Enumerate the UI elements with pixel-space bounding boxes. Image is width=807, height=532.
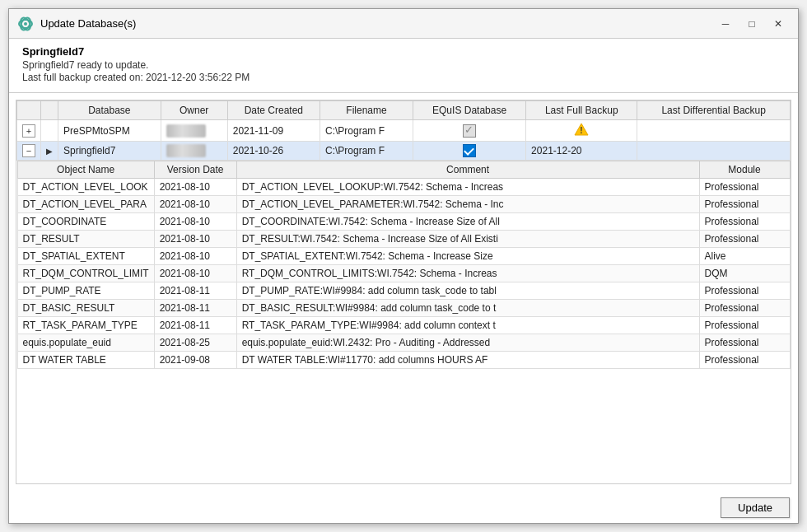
inner-table-row[interactable]: DT_ACTION_LEVEL_PARA2021-08-10DT_ACTION_… — [17, 196, 790, 213]
inner-table-row[interactable]: DT_PUMP_RATE2021-08-11DT_PUMP_RATE:WI#99… — [17, 282, 790, 300]
owner-blurred — [166, 124, 206, 138]
inner-comment: DT_ACTION_LEVEL_PARAMETER:WI.7542: Schem… — [236, 196, 699, 213]
row-arrow-icon: ▶ — [46, 147, 53, 156]
col-last-diff: Last Differential Backup — [637, 101, 791, 120]
update-button[interactable]: Update — [721, 497, 790, 518]
owner-cell-2 — [161, 142, 227, 161]
arrow-cell — [41, 120, 58, 142]
inner-table-row[interactable]: DT_RESULT2021-08-10DT_RESULT:WI.7542: Sc… — [17, 231, 790, 248]
inner-table-body: DT_ACTION_LEVEL_LOOK2021-08-10DT_ACTION_… — [17, 179, 790, 369]
table-row[interactable]: + PreSPMtoSPM 2021-11-09 C:\Program F — [17, 120, 791, 142]
inner-version-date: 2021-08-10 — [154, 265, 236, 282]
inner-version-date: 2021-08-25 — [154, 334, 236, 352]
last-diff-cell-2 — [637, 142, 791, 161]
inner-object-name: DT_PUMP_RATE — [17, 282, 154, 300]
content-area: Database Owner Date Created Filename EQu… — [9, 93, 798, 491]
database-name-cell: PreSPMtoSPM — [58, 120, 161, 142]
inner-module: Professional — [699, 196, 790, 213]
inner-table-row[interactable]: equis.populate_euid2021-08-25equis.popul… — [17, 334, 790, 352]
equis-db-cell — [413, 120, 526, 142]
checkbox-gray-icon — [463, 124, 476, 138]
equis-db-cell-2 — [413, 142, 526, 161]
inner-comment: DT_COORDINATE:WI.7542: Schema - Increase… — [236, 213, 699, 231]
filename-cell: C:\Program F — [320, 120, 413, 142]
inner-table-row[interactable]: DT_ACTION_LEVEL_LOOK2021-08-10DT_ACTION_… — [17, 179, 790, 196]
inner-table-row[interactable]: DT_SPATIAL_EXTENT2021-08-10DT_SPATIAL_EX… — [17, 248, 790, 265]
inner-table-wrapper: Object Name Version Date Comment Module … — [17, 161, 791, 369]
inner-object-name: DT_COORDINATE — [17, 213, 154, 231]
col-date-created: Date Created — [227, 101, 320, 120]
inner-table-row[interactable]: DT_COORDINATE2021-08-10DT_COORDINATE:WI.… — [17, 213, 790, 231]
table-body: + PreSPMtoSPM 2021-11-09 C:\Program F — [17, 120, 791, 370]
inner-module: Alive — [699, 248, 790, 265]
svg-text:!: ! — [581, 126, 583, 135]
inner-module: Professional — [699, 352, 790, 369]
inner-col-object: Object Name — [17, 161, 154, 179]
header-info: Springfield7 Springfield7 ready to updat… — [9, 39, 798, 93]
date-created-cell-2: 2021-10-26 — [227, 142, 320, 161]
inner-version-date: 2021-08-10 — [154, 231, 236, 248]
inner-comment: DT_RESULT:WI.7542: Schema - Increase Siz… — [236, 231, 699, 248]
table-row-selected[interactable]: − ▶ Springfield7 2021-10-26 C:\Program F… — [17, 142, 791, 161]
col-equis-db: EQuIS Database — [413, 101, 526, 120]
checkbox-checked-icon — [463, 144, 476, 157]
col-last-full: Last Full Backup — [526, 101, 637, 120]
database-table: Database Owner Date Created Filename EQu… — [16, 100, 791, 369]
title-bar: Update Database(s) ─ □ ✕ — [9, 9, 798, 39]
inner-version-date: 2021-08-11 — [154, 282, 236, 300]
inner-comment: RT_DQM_CONTROL_LIMITS:WI.7542: Schema - … — [236, 265, 699, 282]
inner-object-name: DT WATER TABLE — [17, 352, 154, 369]
col-owner: Owner — [161, 101, 227, 120]
inner-object-name: DT_SPATIAL_EXTENT — [17, 248, 154, 265]
inner-object-name: RT_TASK_PARAM_TYPE — [17, 317, 154, 334]
table-header-row: Database Owner Date Created Filename EQu… — [17, 101, 791, 120]
warning-icon: ! — [574, 123, 589, 136]
inner-version-date: 2021-08-10 — [154, 213, 236, 231]
inner-version-date: 2021-08-11 — [154, 300, 236, 317]
inner-object-name: DT_RESULT — [17, 231, 154, 248]
status-line1: Springfield7 ready to update. — [22, 59, 785, 71]
inner-comment: DT_SPATIAL_EXTENT:WI.7542: Schema - Incr… — [236, 248, 699, 265]
date-created-cell: 2021-11-09 — [227, 120, 320, 142]
expand-cell[interactable]: + — [17, 120, 41, 142]
window-controls: ─ □ ✕ — [714, 14, 790, 34]
inner-table-row[interactable]: RT_TASK_PARAM_TYPE2021-08-11RT_TASK_PARA… — [17, 317, 790, 334]
inner-header-row: Object Name Version Date Comment Module — [17, 161, 790, 179]
expand-cell-2[interactable]: − — [17, 142, 41, 161]
expand-button[interactable]: + — [22, 124, 35, 138]
main-window: Update Database(s) ─ □ ✕ Springfield7 Sp… — [8, 8, 799, 524]
footer: Update — [9, 491, 798, 523]
col-database: Database — [58, 101, 161, 120]
close-button[interactable]: ✕ — [767, 14, 790, 34]
table-container[interactable]: Database Owner Date Created Filename EQu… — [16, 100, 791, 484]
inner-comment: equis.populate_euid:WI.2432: Pro - Audit… — [236, 334, 699, 352]
last-full-cell: ! — [526, 120, 637, 142]
inner-comment: DT_ACTION_LEVEL_LOOKUP:WI.7542: Schema -… — [236, 179, 699, 196]
inner-table-row[interactable]: DT WATER TABLE2021-09-08DT WATER TABLE:W… — [17, 352, 790, 369]
inner-table-row[interactable]: DT_BASIC_RESULT2021-08-11DT_BASIC_RESULT… — [17, 300, 790, 317]
inner-col-version: Version Date — [154, 161, 236, 179]
collapse-button[interactable]: − — [22, 144, 35, 157]
col-arrow — [41, 101, 58, 120]
inner-col-comment: Comment — [236, 161, 699, 179]
status-line2: Last full backup created on: 2021-12-20 … — [22, 72, 785, 83]
maximize-button[interactable]: □ — [740, 14, 763, 34]
inner-version-date: 2021-08-10 — [154, 196, 236, 213]
inner-comment: RT_TASK_PARAM_TYPE:WI#9984: add column c… — [236, 317, 699, 334]
inner-comment: DT WATER TABLE:WI#11770: add columns HOU… — [236, 352, 699, 369]
inner-comment: DT_PUMP_RATE:WI#9984: add column task_co… — [236, 282, 699, 300]
col-filename: Filename — [320, 101, 413, 120]
minimize-button[interactable]: ─ — [714, 14, 737, 34]
inner-content-row: Object Name Version Date Comment Module … — [17, 161, 791, 370]
inner-col-module: Module — [699, 161, 790, 179]
inner-table-row[interactable]: RT_DQM_CONTROL_LIMIT2021-08-10RT_DQM_CON… — [17, 265, 790, 282]
inner-content-cell: Object Name Version Date Comment Module … — [17, 161, 791, 370]
database-name-cell-2: Springfield7 — [58, 142, 161, 161]
inner-module: Professional — [699, 213, 790, 231]
inner-version-date: 2021-08-10 — [154, 179, 236, 196]
last-full-cell-2: 2021-12-20 — [526, 142, 637, 161]
app-icon — [17, 16, 34, 32]
inner-module: Professional — [699, 300, 790, 317]
inner-object-name: DT_ACTION_LEVEL_LOOK — [17, 179, 154, 196]
inner-module: Professional — [699, 334, 790, 352]
